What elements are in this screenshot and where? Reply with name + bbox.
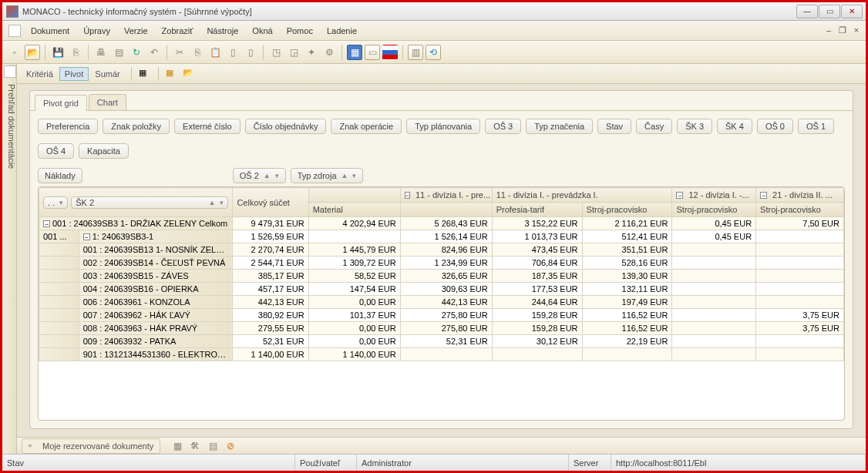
maximize-button[interactable]: ▭ [819,5,840,18]
table-row[interactable]: 007 : 24063962 - HÁK ĽAVÝ380,92 EUR101,3… [39,309,844,322]
table-row[interactable]: 001 : 240639SB13 1- NOSNÍK ZELENY2 270,7… [39,243,844,257]
paneltab-grid[interactable]: Pivot grid [35,95,87,111]
mdi-restore-button[interactable]: ❐ [836,25,849,36]
new-doc-icon[interactable]: ▫ [7,45,22,60]
field-preferencia[interactable]: Preferencia [38,119,98,134]
tool2-icon[interactable]: ◲ [286,45,301,60]
menu-nastroje[interactable]: Nástroje [200,25,245,37]
view2-icon[interactable]: ▭ [365,45,380,60]
tab-pivot[interactable]: Pivot [59,67,89,81]
collapse-icon[interactable]: − [405,192,410,199]
nav-icon[interactable]: ▥ [408,45,423,60]
table-row[interactable]: −001 : 240639SB3 1- DRŽIAK ZELENY Celkom… [39,217,844,230]
tab-kriteria[interactable]: Kritériá [22,68,58,80]
bot-ic2[interactable]: 🛠 [187,438,203,454]
collapse-icon[interactable]: − [83,233,90,240]
menu-verzie[interactable]: Verzie [117,25,155,37]
menu-ladenie[interactable]: Ladenie [320,25,364,37]
field-znak-oper-cie[interactable]: Znak operácie [331,119,402,134]
mdi-close-button[interactable]: × [850,25,863,36]
preview-icon[interactable]: ▤ [111,45,126,60]
paste-icon[interactable]: 📋 [207,45,223,60]
bot-ic1[interactable]: ▦ [170,438,185,454]
paneltab-chart[interactable]: Chart [89,94,126,110]
menu-okna[interactable]: Okná [245,25,279,37]
close-button[interactable]: ✕ [841,5,863,18]
col-blank[interactable] [308,188,400,203]
rowfield-sk2[interactable]: ŠK 2▲▾ [71,196,228,209]
view1-icon[interactable]: ▦ [347,45,362,60]
sub-stroj2[interactable]: Stroj-pracovisko [672,203,756,217]
table-row[interactable]: 009 : 24063932 - PATKA52,31 EUR0,00 EUR5… [39,335,844,348]
doc2-icon[interactable]: ▯ [243,45,258,60]
left-side-tab[interactable]: Prehľad dokumentácie [2,64,17,454]
doc1-icon[interactable]: ▯ [225,45,241,60]
collapse-icon[interactable]: − [43,220,50,227]
save-all-icon[interactable]: ⎘ [68,45,83,60]
col-d11prev[interactable]: 11 - divízia I. - prevádzka I. [492,188,672,203]
open-folder-icon[interactable]: 📂 [25,45,40,60]
col-celkovy[interactable]: Celkový súčet [233,188,308,217]
field-znak-polo-ky[interactable]: Znak položky [103,119,170,134]
field--k-3[interactable]: ŠK 3 [677,119,712,134]
bot-ic4[interactable]: ⊘ [223,438,238,454]
flag-sk-icon[interactable] [382,45,398,60]
table-row[interactable]: 901 : 13121344531360 - ELEKTROD...1 140,… [39,348,844,361]
dropzone-naklady[interactable]: Náklady [38,168,82,183]
refresh-icon[interactable]: ↻ [129,45,144,60]
menu-pomoc[interactable]: Pomoc [280,25,320,37]
vic1-icon[interactable]: ▦ [139,68,151,80]
tool1-icon[interactable]: ◳ [268,45,284,60]
sub-material[interactable]: Material [308,203,400,217]
field-o-0[interactable]: OŠ 0 [757,119,793,134]
colfield-typ[interactable]: Typ zdroja▲▾ [291,168,364,183]
col-d21[interactable]: −21 - divízia II. ... [756,188,844,203]
sub-prof[interactable]: Profesia-tarif [492,203,582,217]
minimize-button[interactable]: — [796,5,818,18]
sub-stroj1[interactable]: Stroj-pracovisko [582,203,672,217]
field-typ-zna-enia[interactable]: Typ značenia [526,119,593,134]
back-icon[interactable]: ⟲ [426,45,441,60]
table-row[interactable]: 006 : 24063961 - KONZOLA442,13 EUR0,00 E… [39,296,844,309]
sub-stroj3[interactable]: Stroj-pracovisko [756,203,844,217]
table-row[interactable]: 004 : 240639SB16 - OPIERKA457,17 EUR147,… [39,283,844,296]
field-extern-slo[interactable]: Externé číslo [174,119,241,134]
field-o-3[interactable]: OŠ 3 [485,119,521,134]
save-icon[interactable]: 💾 [50,45,66,60]
colfield-os2[interactable]: OŠ 2▲▾ [233,168,286,183]
settings-icon[interactable]: ⚙ [321,45,337,60]
cell: 385,17 EUR [233,270,308,283]
table-row[interactable]: 002 : 240639SB14 - ČEĽUSŤ PEVNÁ2 544,71 … [39,257,844,270]
cell: 1 445,79 EUR [308,243,400,257]
col-d11pre[interactable]: −11 - divízia I. - pre... [400,188,492,203]
status-pouzivatel-value: Administrator [357,455,569,471]
field-o-1[interactable]: OŠ 1 [798,119,834,134]
menu-zobrazit[interactable]: Zobraziť [155,25,200,37]
field--k-4[interactable]: ŠK 4 [717,119,752,134]
table-row[interactable]: 003 : 240639SB15 - ZÁVES385,17 EUR58,52 … [39,270,844,283]
field-o-4[interactable]: OŠ 4 [38,143,74,159]
print-icon[interactable]: 🖶 [93,45,109,60]
mdi-minimize-button[interactable]: – [823,25,835,36]
undo-icon[interactable]: ↶ [146,45,162,60]
menu-upravy[interactable]: Úpravy [76,25,117,37]
menu-dokument[interactable]: Dokument [24,25,76,37]
field--asy[interactable]: Časy [636,119,672,134]
tool3-icon[interactable]: ✦ [304,45,319,60]
rowfield-dots[interactable]: . .▾ [43,196,68,209]
field-typ-pl-novania[interactable]: Typ plánovania [406,119,480,134]
col-d12[interactable]: −12 - divízia I. -... [672,188,756,203]
vic2-icon[interactable]: ▦ [166,68,178,80]
field--slo-objedn-vky[interactable]: Číslo objednávky [245,119,327,134]
bottab-reserve[interactable]: ▫Moje rezervované dokumenty [22,438,160,454]
copy-icon[interactable]: ⎘ [190,45,205,60]
field-buttons-row: PreferenciaZnak položkyExterné čísloČísl… [38,119,845,159]
field-kapacita[interactable]: Kapacita [79,143,129,159]
bot-ic3[interactable]: ▤ [205,438,220,454]
tab-sumar[interactable]: Sumár [90,68,124,80]
table-row[interactable]: 008 : 24063963 - HÁK PRAVÝ279,55 EUR0,00… [39,322,844,335]
table-row[interactable]: 001 ...−1: 240639SB3-11 526,59 EUR1 526,… [39,230,844,243]
vic3-icon[interactable]: 📂 [183,68,195,80]
cut-icon[interactable]: ✂ [172,45,187,60]
field-stav[interactable]: Stav [597,119,631,134]
